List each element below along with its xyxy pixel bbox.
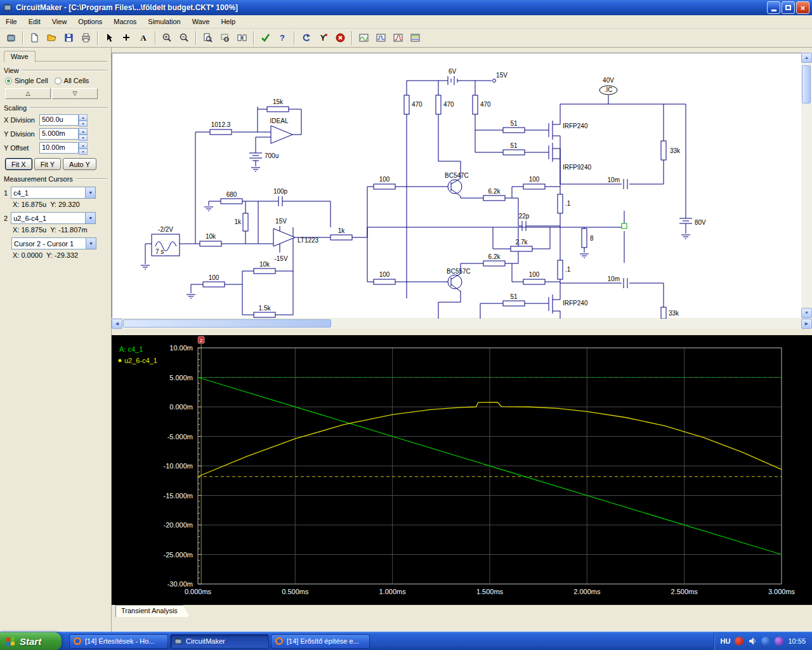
waveform-plot[interactable]: 10.00m5.000m0.000m-5.000m-10.000m-15.000… xyxy=(112,335,812,605)
volume-icon[interactable] xyxy=(748,637,757,646)
component-value[interactable]: 6V xyxy=(449,68,457,75)
component-value[interactable]: 1k xyxy=(338,227,346,234)
spin-down-icon[interactable]: ▼ xyxy=(79,149,88,155)
component-value[interactable]: 100p xyxy=(273,188,288,195)
component-value[interactable]: 80V xyxy=(695,219,706,226)
auto-y-button[interactable]: Auto Y xyxy=(63,158,96,170)
scroll-up-icon[interactable]: ▲ xyxy=(801,53,812,63)
component-value[interactable]: 100 xyxy=(379,271,390,278)
text-tool-icon[interactable]: A xyxy=(136,30,152,46)
start-button[interactable]: Start xyxy=(0,632,62,650)
page-zoom-icon[interactable] xyxy=(200,30,216,46)
menu-simulation[interactable]: Simulation xyxy=(142,16,186,27)
y-division-input[interactable]: 5.000m xyxy=(39,128,79,140)
y-offset-stepper[interactable]: ▲▼ xyxy=(79,142,88,154)
zoom-area-icon[interactable] xyxy=(217,30,233,46)
component-value[interactable]: 6.2k xyxy=(488,253,501,260)
menu-help[interactable]: Help xyxy=(215,16,241,27)
component-value[interactable]: 100 xyxy=(209,274,219,281)
messenger-icon[interactable] xyxy=(775,637,783,646)
chip-icon[interactable] xyxy=(3,30,19,46)
tab-wave[interactable]: Wave xyxy=(4,51,36,62)
stop-icon[interactable] xyxy=(332,30,348,46)
save-icon[interactable] xyxy=(61,30,77,46)
component-value[interactable]: LT1223 xyxy=(298,237,319,244)
component-value[interactable]: 1k xyxy=(234,218,242,225)
bode-display-icon[interactable] xyxy=(407,30,423,46)
spin-down-icon[interactable]: ▼ xyxy=(79,121,88,127)
minimize-button[interactable] xyxy=(767,1,780,14)
spin-up-icon[interactable]: ▲ xyxy=(79,142,88,149)
component-value[interactable]: 470 xyxy=(412,101,422,108)
component-value[interactable]: 22p xyxy=(519,213,530,220)
component-value[interactable]: 470 xyxy=(480,101,491,108)
component-value[interactable]: -2/2V xyxy=(158,226,173,233)
close-button[interactable]: × xyxy=(796,1,809,14)
component-value[interactable]: 470 xyxy=(443,101,454,108)
component-value[interactable]: IRFP240 xyxy=(563,123,588,129)
component-value[interactable]: IDEAL xyxy=(270,117,289,124)
component-value[interactable]: BC547C xyxy=(445,172,469,179)
y-offset-input[interactable]: 10.00m xyxy=(39,142,79,154)
open-folder-icon[interactable] xyxy=(44,30,60,46)
antivirus-icon[interactable] xyxy=(735,637,743,646)
x-division-input[interactable]: 500.0u xyxy=(39,114,79,126)
component-value[interactable]: 1012.3 xyxy=(211,121,231,128)
spin-up-icon[interactable]: ▲ xyxy=(79,114,88,121)
tab-transient-analysis[interactable]: Transient Analysis xyxy=(115,605,190,617)
component-value[interactable]: IRFP240 xyxy=(563,300,588,307)
schematic-canvas[interactable]: 15k IDEAL 1012.3 700u 6V 15V 470 470 470… xyxy=(112,53,801,318)
maximize-button[interactable] xyxy=(782,1,795,14)
scroll-down-icon[interactable]: ▼ xyxy=(801,308,812,318)
chevron-down-icon[interactable]: ▼ xyxy=(85,213,95,223)
menu-view[interactable]: View xyxy=(46,16,73,27)
cursor-diff-dropdown[interactable]: Cursor 2 - Cursor 1 ▼ xyxy=(11,237,96,249)
print-icon[interactable] xyxy=(78,30,94,46)
taskbar-item-notifications[interactable]: [14] Értesítések - Ho... xyxy=(69,634,168,649)
component-value[interactable]: 15k xyxy=(273,98,284,105)
component-value[interactable]: 100 xyxy=(529,176,540,183)
network-icon[interactable] xyxy=(761,637,770,646)
component-value[interactable]: 40V xyxy=(603,77,614,84)
chevron-down-icon[interactable]: ▼ xyxy=(86,238,96,249)
component-value[interactable]: 2.7k xyxy=(516,239,528,246)
meter-icon[interactable] xyxy=(373,30,389,46)
probe-check-icon[interactable] xyxy=(258,30,273,46)
component-value[interactable]: .1 xyxy=(565,266,571,273)
component-value[interactable]: -15V xyxy=(274,255,287,262)
undo-icon[interactable] xyxy=(298,30,314,46)
component-value[interactable]: IRFP9240 xyxy=(563,164,591,171)
component-value[interactable]: 7 s xyxy=(155,248,164,255)
wave-down-button[interactable]: ▽ xyxy=(52,88,98,99)
component-value[interactable]: 33k xyxy=(670,147,681,154)
schematic-vertical-scrollbar[interactable]: ▲ ▼ xyxy=(801,53,812,318)
probe-y-icon[interactable]: Y xyxy=(315,30,331,46)
fit-x-button[interactable]: Fit X xyxy=(5,158,32,170)
component-value[interactable]: 1.5k xyxy=(259,305,272,312)
component-value[interactable]: .IC xyxy=(605,86,613,93)
x-division-stepper[interactable]: ▲▼ xyxy=(79,114,88,126)
zoom-out-icon[interactable] xyxy=(176,30,192,46)
component-value[interactable]: 10k xyxy=(259,261,270,268)
component-value[interactable]: 15V xyxy=(496,72,508,79)
component-value[interactable]: 10m xyxy=(608,275,620,282)
logic-display-icon[interactable] xyxy=(390,30,406,46)
scroll-left-icon[interactable]: ◀ xyxy=(112,319,122,329)
cursor2-signal-dropdown[interactable]: u2_6-c4_1 ▼ xyxy=(11,212,96,224)
component-value[interactable]: 15V xyxy=(275,218,287,225)
component-value[interactable]: 51 xyxy=(510,293,518,300)
arrow-cursor-icon[interactable] xyxy=(102,30,117,46)
clock[interactable]: 10:55 xyxy=(788,637,806,645)
component-value[interactable]: 51 xyxy=(510,120,518,127)
menu-options[interactable]: Options xyxy=(72,16,108,27)
fit-y-button[interactable]: Fit Y xyxy=(34,158,61,170)
language-indicator[interactable]: HU xyxy=(721,637,731,645)
new-document-icon[interactable] xyxy=(27,30,43,46)
zoom-in-icon[interactable] xyxy=(159,30,175,46)
vertical-scroll-thumb[interactable] xyxy=(802,65,811,103)
component-value[interactable]: 8 xyxy=(590,235,594,242)
help-icon[interactable]: ? xyxy=(275,30,291,46)
menu-macros[interactable]: Macros xyxy=(108,16,142,27)
component-value[interactable]: 700u xyxy=(265,152,278,159)
split-view-icon[interactable] xyxy=(234,30,250,46)
